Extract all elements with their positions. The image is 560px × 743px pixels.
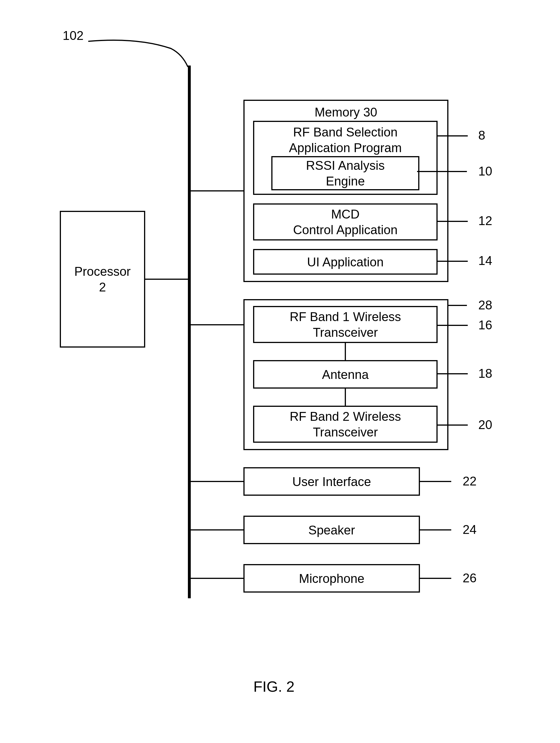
wire-bus-speaker [191, 529, 243, 530]
ref-102: 102 [63, 29, 83, 43]
leader-26 [420, 578, 451, 579]
microphone-box: Microphone [243, 564, 420, 593]
processor-block: Processor 2 [60, 211, 145, 348]
wire-processor-bus [145, 279, 188, 280]
leader-22 [420, 481, 451, 482]
wire-band1-antenna [345, 343, 346, 360]
ref-28: 28 [478, 298, 492, 312]
mcd-control-box: MCD Control Application [253, 204, 437, 241]
wire-bus-mic [191, 578, 243, 579]
rf-band1-box: RF Band 1 Wireless Transceiver [253, 306, 437, 343]
ui-application-box: UI Application [253, 249, 437, 275]
ref-14: 14 [478, 254, 492, 268]
rf-band-selection-label: RF Band Selection Application Program [254, 124, 436, 156]
leader-10 [417, 171, 467, 172]
leader-8 [436, 135, 468, 136]
wire-bus-memory [191, 190, 243, 191]
rf-block: RF Band 1 Wireless Transceiver Antenna R… [243, 299, 449, 450]
leader-20 [436, 425, 468, 426]
leader-16 [436, 325, 468, 326]
memory-title: Memory 30 [244, 104, 447, 120]
wire-bus-ui [191, 481, 243, 482]
wire-bus-rfblock [191, 324, 243, 325]
ref-18: 18 [478, 366, 492, 381]
ref-24: 24 [463, 523, 477, 537]
ref-26: 26 [463, 571, 477, 585]
antenna-box: Antenna [253, 360, 437, 389]
ref-12: 12 [478, 214, 492, 228]
leader-14 [436, 261, 468, 262]
memory-block: Memory 30 RF Band Selection Application … [243, 100, 449, 282]
system-bus [188, 65, 191, 598]
leader-28 [449, 305, 467, 306]
ref-10: 10 [478, 164, 492, 178]
ref-16: 16 [478, 318, 492, 332]
user-interface-box: User Interface [243, 467, 420, 496]
figure-label: FIG. 2 [253, 678, 294, 695]
wire-antenna-band2 [345, 389, 346, 406]
ref-8: 8 [478, 128, 485, 142]
leader-24 [420, 529, 451, 530]
ref-20: 20 [478, 418, 492, 432]
speaker-box: Speaker [243, 516, 420, 544]
ref-22: 22 [463, 474, 477, 488]
ref-102-leader [85, 31, 191, 69]
leader-18 [436, 373, 468, 374]
diagram-canvas: 102 Processor 2 Memory 30 RF Band Select… [0, 0, 560, 743]
leader-12 [436, 221, 468, 222]
rf-band2-box: RF Band 2 Wireless Transceiver [253, 406, 437, 443]
rssi-engine-box: RSSI Analysis Engine [271, 156, 419, 190]
rf-band-selection-box: RF Band Selection Application Program RS… [253, 121, 437, 195]
